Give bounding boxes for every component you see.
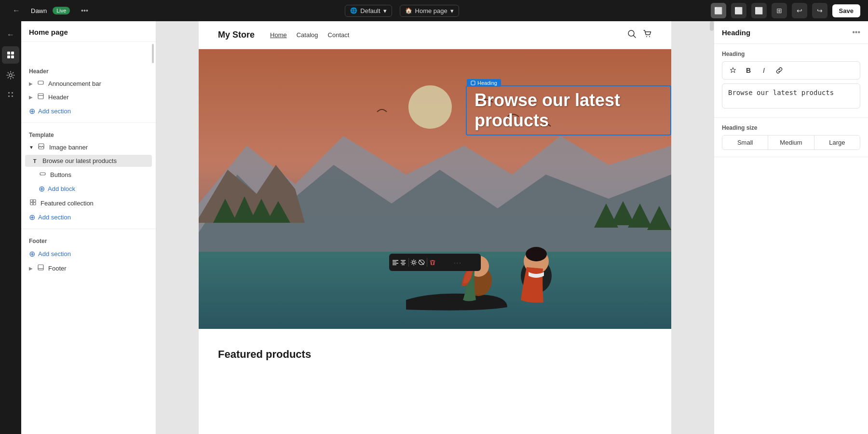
sidebar-item-image-banner[interactable]: ▼ Image banner (21, 140, 156, 154)
icon-bar-apps[interactable] (2, 87, 19, 104)
page-selector[interactable]: 🏠 Home page ▾ (400, 5, 459, 17)
buttons-label: Buttons (50, 171, 71, 178)
svg-rect-13 (33, 203, 36, 205)
plus-icon: ⊕ (29, 249, 35, 258)
chevron-icon: ▶ (29, 81, 33, 86)
svg-rect-10 (30, 200, 33, 202)
svg-point-26 (526, 247, 547, 261)
rp-size-section: Heading size Small Medium Large (714, 118, 868, 157)
plus-icon: ⊕ (29, 213, 35, 222)
store-nav: My Store Home Catalog Contact (199, 21, 671, 49)
canvas-wrapper: My Store Home Catalog Contact (156, 21, 714, 434)
sidebar-template-label: Template (21, 127, 156, 140)
add-section-1-button[interactable]: ⊕ Add section (21, 104, 156, 119)
add-block-button[interactable]: ⊕ Add block (21, 181, 156, 196)
rp-bold-button[interactable]: B (742, 64, 755, 77)
rp-title: Heading (722, 28, 750, 37)
sidebar-item-footer[interactable]: ▶ Footer (21, 261, 156, 275)
add-block-label: Add block (48, 185, 75, 192)
icon-bar-settings[interactable] (2, 67, 19, 84)
size-large-button[interactable]: Large (814, 136, 860, 149)
topbar-left: ← Dawn Live ••• (8, 2, 93, 19)
rp-magic-button[interactable] (726, 64, 740, 77)
plus-icon: ⊕ (29, 107, 35, 116)
topbar-center: 🌐 Default ▾ 🏠 Home page ▾ (345, 5, 459, 17)
svg-rect-2 (7, 55, 10, 58)
size-small-button[interactable]: Small (722, 136, 768, 149)
heading-badge: Heading (467, 79, 501, 87)
store-nav-icons (627, 29, 652, 41)
align-center-button[interactable] (400, 256, 407, 269)
header-label: Header (48, 94, 69, 101)
svg-rect-0 (7, 52, 10, 54)
sidebar-item-announcement-bar[interactable]: ▶ Announcement bar (21, 77, 156, 90)
icon-bar-sections[interactable] (2, 46, 19, 64)
footer-icon (37, 264, 44, 272)
svg-rect-8 (39, 144, 44, 149)
grid-view-button[interactable]: ⊞ (772, 3, 787, 18)
sidebar-item-browse-heading[interactable]: T Browse our latest products (25, 155, 152, 167)
rp-text-toolbar: B I (722, 61, 860, 80)
svg-line-17 (634, 36, 636, 38)
rp-link-button[interactable] (773, 64, 786, 77)
size-medium-button[interactable]: Medium (768, 136, 814, 149)
sidebar-item-buttons[interactable]: Buttons (21, 168, 156, 181)
svg-point-21 (408, 85, 452, 129)
hide-button[interactable] (419, 256, 425, 269)
svg-point-36 (413, 261, 415, 264)
image-banner-icon (38, 143, 45, 151)
svg-point-4 (9, 74, 12, 77)
toolbar-drag-handle[interactable]: · · · (437, 260, 478, 266)
add-section-footer-button[interactable]: ⊕ Add section (21, 246, 156, 261)
heading-text-container[interactable]: Browse our latest products (466, 85, 671, 136)
save-button[interactable]: Save (832, 4, 860, 17)
nav-link-home[interactable]: Home (270, 31, 287, 39)
rp-heading-section: Heading B I Browse our latest products (714, 44, 868, 118)
float-toolbar: · · · (389, 254, 481, 271)
nav-link-contact[interactable]: Contact (328, 31, 350, 39)
topbar: ← Dawn Live ••• 🌐 Default ▾ 🏠 Home page … (0, 0, 868, 21)
buttons-icon (39, 171, 46, 178)
featured-collection-label: Featured collection (41, 200, 94, 207)
desktop-view-button[interactable]: ⬜ (711, 3, 726, 18)
sidebar-item-featured-collection[interactable]: Featured collection (21, 196, 156, 210)
mobile-view-button[interactable]: ⬜ (751, 3, 767, 18)
rp-more-button[interactable]: ••• (852, 28, 860, 37)
tablet-view-button[interactable]: ⬜ (731, 3, 746, 18)
chevron-down-icon: ▼ (29, 145, 34, 150)
image-banner-label: Image banner (49, 144, 88, 151)
right-panel: Heading ••• Heading B I Browse our lates… (714, 21, 868, 434)
heading-text-input[interactable]: Browse our latest products (722, 83, 860, 108)
settings-button[interactable] (411, 256, 418, 269)
search-icon[interactable] (627, 29, 637, 41)
browse-heading-label: Browse our latest products (42, 157, 117, 164)
cart-icon[interactable] (642, 29, 652, 41)
delete-button[interactable] (429, 256, 436, 269)
store-name: My Store (218, 30, 255, 40)
sidebar-footer-label: Footer (21, 233, 156, 246)
header-icon (37, 93, 44, 101)
nav-link-catalog[interactable]: Catalog (297, 31, 318, 39)
sidebar-item-header[interactable]: ▶ Header (21, 90, 156, 104)
svg-rect-5 (38, 81, 43, 84)
more-button[interactable]: ••• (76, 2, 93, 19)
theme-selector[interactable]: 🌐 Default ▾ (345, 5, 392, 17)
featured-products: Featured products (199, 329, 671, 380)
back-button[interactable]: ← (8, 2, 25, 19)
image-banner: Heading Browse our latest products (199, 49, 671, 329)
svg-rect-14 (38, 265, 43, 270)
featured-title: Featured products (218, 348, 652, 361)
sidebar: Home page Header ▶ Announcement bar ▶ He… (21, 21, 156, 434)
rp-heading-label: Heading (722, 51, 860, 57)
rp-italic-button[interactable]: I (757, 64, 771, 77)
announcement-bar-label: Announcement bar (48, 80, 101, 87)
redo-button[interactable]: ↪ (812, 3, 827, 18)
add-section-2-button[interactable]: ⊕ Add section (21, 210, 156, 225)
rp-size-buttons: Small Medium Large (722, 135, 860, 150)
svg-rect-1 (11, 52, 14, 54)
align-left-button[interactable] (392, 256, 399, 269)
icon-bar-back[interactable]: ← (2, 26, 19, 43)
chevron-icon: ▶ (29, 266, 33, 271)
heading-badge-label: Heading (477, 80, 497, 86)
undo-button[interactable]: ↩ (792, 3, 807, 18)
